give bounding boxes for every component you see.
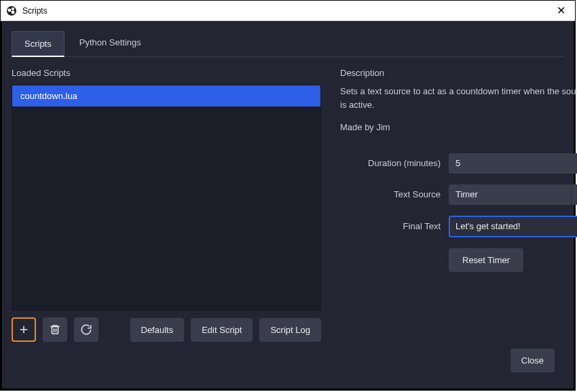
description-text-2: Made by Jim <box>340 121 577 134</box>
reload-script-button[interactable] <box>74 317 98 342</box>
right-column: Description Sets a text source to act as… <box>340 68 577 342</box>
duration-row: Duration (minutes) ▲ ▼ <box>340 153 577 174</box>
delete-script-button[interactable] <box>43 317 67 342</box>
reset-row: Reset Timer <box>340 248 577 272</box>
script-log-button[interactable]: Script Log <box>259 318 321 342</box>
loaded-scripts-label: Loaded Scripts <box>12 68 321 78</box>
duration-spinner[interactable]: ▲ ▼ <box>449 153 577 174</box>
svg-rect-6 <box>52 327 58 334</box>
description-label: Description <box>340 68 577 78</box>
textsource-value: Timer <box>449 189 571 199</box>
left-column: Loaded Scripts countdown.lua <box>12 68 321 342</box>
textsource-row: Text Source Timer ▾ <box>340 184 577 205</box>
finaltext-input[interactable] <box>449 216 577 237</box>
svg-point-1 <box>8 8 12 12</box>
add-script-button[interactable] <box>12 317 36 342</box>
reset-timer-button[interactable]: Reset Timer <box>449 248 523 272</box>
finaltext-row: Final Text <box>340 216 577 237</box>
content-area: Scripts Python Settings Loaded Scripts c… <box>1 21 575 390</box>
tab-bar: Scripts Python Settings <box>12 28 564 57</box>
app-icon <box>6 5 17 16</box>
script-toolbar: Defaults Edit Script Script Log <box>12 317 321 342</box>
edit-script-button[interactable]: Edit Script <box>191 318 253 342</box>
main-columns: Loaded Scripts countdown.lua <box>12 57 564 342</box>
close-icon[interactable]: ✕ <box>553 4 570 17</box>
footer: Close <box>12 342 564 380</box>
window-title: Scripts <box>22 6 553 16</box>
tab-scripts[interactable]: Scripts <box>12 31 64 57</box>
list-item[interactable]: countdown.lua <box>12 85 320 106</box>
titlebar: Scripts ✕ <box>1 1 575 21</box>
defaults-button[interactable]: Defaults <box>130 318 185 342</box>
close-button[interactable]: Close <box>510 349 555 372</box>
script-list[interactable]: countdown.lua <box>12 85 321 311</box>
reload-icon <box>80 324 92 336</box>
finaltext-label: Final Text <box>340 221 449 231</box>
tab-python-settings[interactable]: Python Settings <box>67 31 153 56</box>
textsource-label: Text Source <box>340 189 449 199</box>
description-text-1: Sets a text source to act as a countdown… <box>340 85 577 111</box>
svg-point-3 <box>12 7 14 10</box>
duration-input[interactable] <box>449 153 576 174</box>
plus-icon <box>18 324 30 336</box>
scripts-window: Scripts ✕ Scripts Python Settings Loaded… <box>0 0 576 391</box>
trash-icon <box>49 324 61 336</box>
chevron-down-icon[interactable]: ▾ <box>571 184 577 205</box>
duration-label: Duration (minutes) <box>340 158 449 168</box>
svg-point-2 <box>12 10 15 14</box>
textsource-select[interactable]: Timer ▾ <box>449 184 577 205</box>
